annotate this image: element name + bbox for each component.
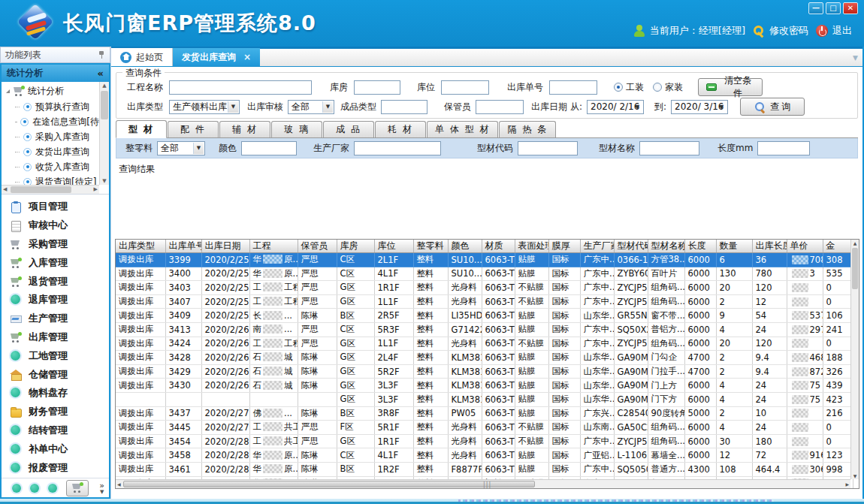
tab-list-dropdown-icon[interactable]: ▼ bbox=[853, 54, 858, 62]
pin-icon[interactable] bbox=[98, 50, 105, 59]
scroll-left-icon[interactable]: ◀ bbox=[3, 186, 7, 192]
column-header-outlen[interactable]: 出库长度 bbox=[752, 240, 787, 253]
logout-button[interactable]: 退出 bbox=[816, 24, 852, 38]
table-row[interactable]: 调拨出库34032020/2/25工工程严思G区1R1F整料光身料6063-T5… bbox=[116, 281, 853, 295]
column-header-type[interactable]: 出库类型 bbox=[116, 240, 165, 253]
sidebar-item[interactable]: 出库管理 bbox=[2, 328, 109, 347]
table-row[interactable]: 调拨出库34452020/2/27工共工程严思F区5R1F整料光身料6063-T… bbox=[116, 421, 853, 435]
dot-icon[interactable] bbox=[30, 484, 39, 493]
table-row[interactable]: 调拨出库34242020/2/26工工程严思G区1L1F整料光身料6063-T5… bbox=[116, 337, 853, 351]
table-row[interactable]: 调拨出库34282020/2/26石城陈琳G区2L4F整料KLM38176063… bbox=[116, 351, 853, 365]
column-header-color[interactable]: 颜色 bbox=[448, 240, 482, 253]
tab-shipment-outbound-query[interactable]: 发货出库查询 × bbox=[173, 48, 260, 66]
close-button[interactable]: ✕ bbox=[843, 2, 858, 14]
tree-horizontal-scrollbar[interactable]: ◀ ▶ bbox=[2, 185, 99, 194]
column-header-mat[interactable]: 材质 bbox=[482, 240, 515, 253]
date-from-select[interactable]: 2020/ 2/16▼ bbox=[587, 100, 644, 114]
column-header-film[interactable]: 膜厚 bbox=[548, 240, 580, 253]
column-header-surf[interactable]: 表面处理 bbox=[515, 240, 548, 253]
keeper-input[interactable] bbox=[476, 100, 524, 114]
date-to-select[interactable]: 2020/ 3/16▼ bbox=[671, 100, 728, 114]
profile-code-input[interactable] bbox=[518, 141, 578, 155]
warehouse-input[interactable] bbox=[354, 80, 400, 95]
column-header-len[interactable]: 长度 bbox=[684, 240, 716, 253]
scroll-down-icon[interactable]: ▼ bbox=[851, 473, 859, 478]
grid-vertical-scrollbar[interactable]: ▲ ▼ bbox=[850, 240, 859, 479]
tab-close-icon[interactable]: × bbox=[243, 52, 251, 62]
section-header-statistics[interactable]: 统计分析 « bbox=[2, 65, 109, 82]
material-tab[interactable]: 耗 材 bbox=[375, 121, 426, 137]
sidebar-item[interactable]: 采购管理 bbox=[2, 235, 109, 254]
table-row[interactable]: 调拨出库34292020/2/26石城陈琳G区5R2F整料KLM38176063… bbox=[116, 364, 853, 379]
sidebar-item[interactable]: 项目管理 bbox=[2, 198, 109, 216]
scroll-right-icon[interactable]: ▶ bbox=[94, 186, 98, 192]
sidebar-item[interactable]: 生产管理 bbox=[2, 309, 109, 328]
material-tab[interactable]: 配 件 bbox=[168, 121, 219, 137]
column-header-wh[interactable]: 库房 bbox=[337, 240, 374, 253]
color-input[interactable] bbox=[241, 141, 297, 155]
table-row[interactable]: 调拨出库34002020/2/25华原...严思C区4L1F整料SU10...6… bbox=[116, 267, 853, 281]
table-row[interactable]: 调拨出库34372020/2/27佛...陈琳B区3R8F整料PW056063-… bbox=[116, 406, 853, 421]
maker-input[interactable] bbox=[354, 141, 441, 155]
table-row[interactable]: 调拨出库34072020/2/25工工程严思G区1L1F整料光身料6063-T5… bbox=[116, 294, 853, 309]
table-row[interactable]: 调拨出库34302020/2/26石城陈琳G区3L3F整料KLM38176063… bbox=[116, 379, 853, 393]
sidebar-item[interactable]: 财务管理 bbox=[2, 403, 109, 421]
minimize-button[interactable]: — bbox=[808, 2, 823, 14]
column-header-maker[interactable]: 生产厂家 bbox=[580, 240, 614, 253]
sidebar-item[interactable]: 退库管理 bbox=[2, 291, 109, 309]
column-header-code[interactable]: 型材代码 bbox=[614, 240, 648, 253]
column-header-name[interactable]: 型材名称 bbox=[648, 240, 684, 253]
tree-item[interactable]: 收货入库查询 bbox=[5, 159, 99, 174]
project-name-input[interactable] bbox=[169, 80, 312, 95]
material-tab[interactable]: 玻 璃 bbox=[271, 121, 322, 137]
material-tab[interactable]: 隔 热 条 bbox=[499, 121, 556, 137]
scroll-up-icon[interactable]: ▲ bbox=[851, 240, 859, 246]
column-header-no[interactable]: 出库单号 bbox=[165, 240, 201, 253]
sidebar-item[interactable]: 补单中心 bbox=[2, 439, 109, 458]
change-password-button[interactable]: 修改密码 bbox=[753, 24, 808, 38]
sidebar-item[interactable]: 仓储管理 bbox=[2, 365, 109, 384]
profile-name-input[interactable] bbox=[639, 141, 699, 155]
tree-item[interactable]: 预算执行查询 bbox=[5, 99, 99, 114]
overflow-button[interactable]: »▼ bbox=[99, 481, 104, 495]
table-row[interactable]: 调拨出库34092020/2/25长...陈琳B区2R5F整料LI35HD606… bbox=[116, 309, 853, 323]
material-tab[interactable]: 辅 材 bbox=[219, 121, 270, 137]
table-row[interactable]: 调拨出库33992020/2/25华原...严思C区2L1F整料SU10...6… bbox=[116, 253, 853, 267]
tree-item[interactable]: 采购入库查询 bbox=[5, 129, 99, 144]
column-header-amount[interactable]: 金 bbox=[823, 240, 853, 253]
location-input[interactable] bbox=[441, 80, 489, 95]
clear-conditions-button[interactable]: 清空条件 bbox=[698, 78, 763, 96]
scroll-right-icon[interactable]: ▶ bbox=[845, 481, 849, 487]
column-header-loc[interactable]: 库位 bbox=[374, 240, 413, 253]
maximize-button[interactable]: □ bbox=[826, 2, 841, 14]
table-row[interactable]: 调拨出库34542020/2/28工共工程严思G区1R1F整料光身料6063-T… bbox=[116, 434, 853, 448]
tab-home[interactable]: 起始页 bbox=[111, 48, 173, 66]
scroll-down-icon[interactable]: ▼ bbox=[100, 178, 109, 184]
sidebar-item[interactable]: 物料盘存 bbox=[2, 384, 109, 403]
sidebar-item[interactable]: 入库管理 bbox=[2, 253, 109, 272]
tree-item[interactable]: 退货查询[待定] bbox=[5, 174, 99, 185]
tree-item[interactable]: 在途信息查询[待 bbox=[5, 114, 99, 129]
audit-select[interactable]: 全部▼ bbox=[288, 100, 334, 114]
order-no-input[interactable] bbox=[549, 80, 597, 95]
tree-vertical-scrollbar[interactable]: ▲ ▼ bbox=[99, 82, 109, 185]
column-header-whole[interactable]: 整零料 bbox=[413, 240, 448, 253]
product-type-input[interactable] bbox=[381, 100, 427, 114]
scroll-left-icon[interactable]: ◀ bbox=[117, 481, 121, 487]
dot-icon[interactable] bbox=[12, 484, 21, 493]
tree-root-statistics[interactable]: 统计分析 bbox=[5, 83, 99, 99]
material-tab[interactable]: 型 材 bbox=[116, 120, 167, 138]
table-row[interactable]: 调拨出库34612020/2/28华原...陈琳B区1R2F整料F8877FT6… bbox=[116, 462, 853, 476]
column-header-date[interactable]: 出库日期 bbox=[201, 240, 249, 253]
column-header-price[interactable]: 单价 bbox=[787, 240, 823, 253]
column-header-keeper[interactable]: 保管员 bbox=[298, 240, 337, 253]
sidebar-item[interactable]: 退货管理 bbox=[2, 272, 109, 291]
material-tab[interactable]: 单 体 型 材 bbox=[427, 121, 498, 137]
cart-shortcut-button[interactable] bbox=[66, 480, 89, 496]
sidebar-item[interactable]: 报废管理 bbox=[2, 458, 109, 477]
dot-icon[interactable] bbox=[48, 484, 57, 493]
sidebar-item[interactable]: 结转管理 bbox=[2, 421, 109, 440]
table-row[interactable]: 调拨出库34582020/2/28华原...陈琳C区4L1F整料光身料6063-… bbox=[116, 448, 853, 463]
search-button[interactable]: 查 询 bbox=[740, 98, 805, 116]
table-row[interactable]: G区3L3F整料KLM38176063-T5贴膜国标山东华...GA90M09.… bbox=[116, 392, 853, 406]
